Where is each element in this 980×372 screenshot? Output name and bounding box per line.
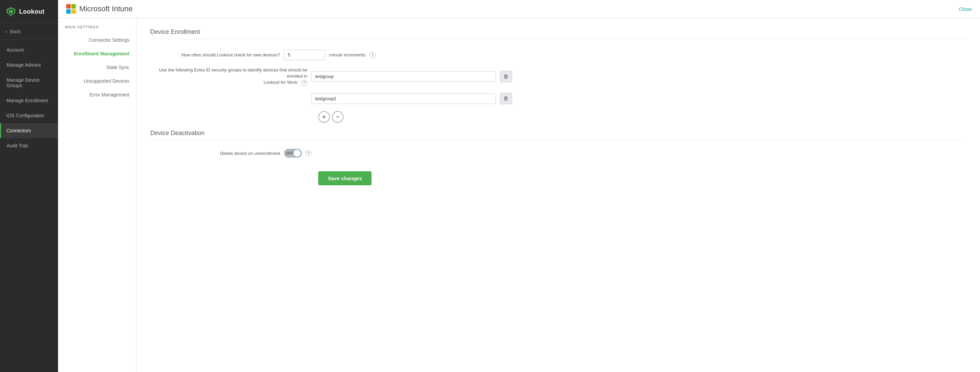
delete-icon-2: 🗑 xyxy=(503,96,509,102)
sidebar-item-ios-configuration[interactable]: iOS Configuration xyxy=(0,108,58,123)
nav-item-state-sync[interactable]: State Sync xyxy=(58,61,136,74)
lookout-logo-icon xyxy=(5,6,16,17)
ms-sq-yellow xyxy=(72,9,76,14)
check-frequency-help-icon[interactable]: ? xyxy=(369,52,375,58)
top-header: Microsoft Intune Close xyxy=(58,0,980,18)
content-panel: MAIN SETTINGS Connector Settings Enrollm… xyxy=(58,18,980,372)
delete-device-toggle[interactable]: OFF xyxy=(284,149,302,158)
entra-help-icon[interactable]: ? xyxy=(301,80,307,86)
remove-group-button[interactable]: − xyxy=(332,111,344,123)
ms-logo: Microsoft Intune xyxy=(66,4,133,14)
sidebar-logo: Lookout xyxy=(0,0,58,24)
save-changes-button[interactable]: Save changes xyxy=(318,171,372,185)
add-group-button[interactable]: + xyxy=(318,111,330,123)
back-button[interactable]: ‹ Back xyxy=(0,24,58,40)
delete-icon: 🗑 xyxy=(503,73,509,80)
delete-device-label: Delete device on unenrollment xyxy=(150,151,280,156)
sidebar-item-manage-admins[interactable]: Manage Admins xyxy=(0,57,58,72)
sidebar-item-account[interactable]: Account xyxy=(0,42,58,57)
delete-group2-button[interactable]: 🗑 xyxy=(500,93,512,104)
check-frequency-input[interactable] xyxy=(284,49,325,60)
toggle-off-label: OFF xyxy=(286,151,293,155)
nav-item-enrollment-management[interactable]: Enrollment Management xyxy=(58,47,136,61)
microsoft-logo-icon xyxy=(66,4,76,14)
sidebar-item-audit-trail[interactable]: Audit Trail xyxy=(0,138,58,153)
ms-sq-red xyxy=(66,4,71,8)
entra-groups-label: Use the following Entra ID security grou… xyxy=(150,67,307,86)
delete-device-help-icon[interactable]: ? xyxy=(305,150,312,156)
ms-sq-green xyxy=(72,4,76,8)
toggle-container: OFF ? xyxy=(284,149,312,158)
group1-input[interactable] xyxy=(312,71,496,82)
app-logo-text: Lookout xyxy=(19,8,45,15)
main-area: Microsoft Intune Close MAIN SETTINGS Con… xyxy=(58,0,980,372)
ms-sq-blue xyxy=(66,9,71,14)
check-frequency-label: How often should Lookout check for new d… xyxy=(150,52,280,57)
sidebar-item-connectors[interactable]: Connectors xyxy=(0,123,58,138)
group2-input[interactable] xyxy=(312,93,496,104)
sidebar-navigation: Account Manage Admins Manage Device Grou… xyxy=(0,40,58,153)
back-arrow-icon: ‹ xyxy=(5,29,7,35)
settings-nav: MAIN SETTINGS Connector Settings Enrollm… xyxy=(58,18,137,372)
group-controls: + − xyxy=(318,111,966,123)
device-deactivation-title: Device Deactivation xyxy=(150,129,966,140)
nav-item-error-management[interactable]: Error Management xyxy=(58,88,136,102)
sidebar-item-manage-device-groups[interactable]: Manage Device Groups xyxy=(0,72,58,93)
nav-item-unsupported-devices[interactable]: Unsupported Devices xyxy=(58,74,136,88)
delete-on-unenrollment-row: Delete device on unenrollment OFF ? xyxy=(150,149,966,158)
nav-item-connector-settings[interactable]: Connector Settings xyxy=(58,33,136,47)
form-area: Device Enrollment How often should Looko… xyxy=(137,18,980,372)
check-frequency-row: How often should Lookout check for new d… xyxy=(150,49,966,60)
back-label: Back xyxy=(10,29,21,34)
group1-row: Use the following Entra ID security grou… xyxy=(150,67,966,86)
sidebar: Lookout ‹ Back Account Manage Admins Man… xyxy=(0,0,58,372)
delete-group1-button[interactable]: 🗑 xyxy=(500,71,512,82)
close-button[interactable]: Close xyxy=(959,6,972,12)
sidebar-item-manage-enrollment[interactable]: Manage Enrollment xyxy=(0,93,58,108)
group2-row: 🗑 xyxy=(312,93,966,104)
toggle-knob xyxy=(294,150,301,156)
device-enrollment-title: Device Enrollment xyxy=(150,29,966,39)
header-app-name: Microsoft Intune xyxy=(79,5,133,13)
settings-nav-title: MAIN SETTINGS xyxy=(58,25,136,33)
check-frequency-unit: minute increments xyxy=(329,52,365,57)
